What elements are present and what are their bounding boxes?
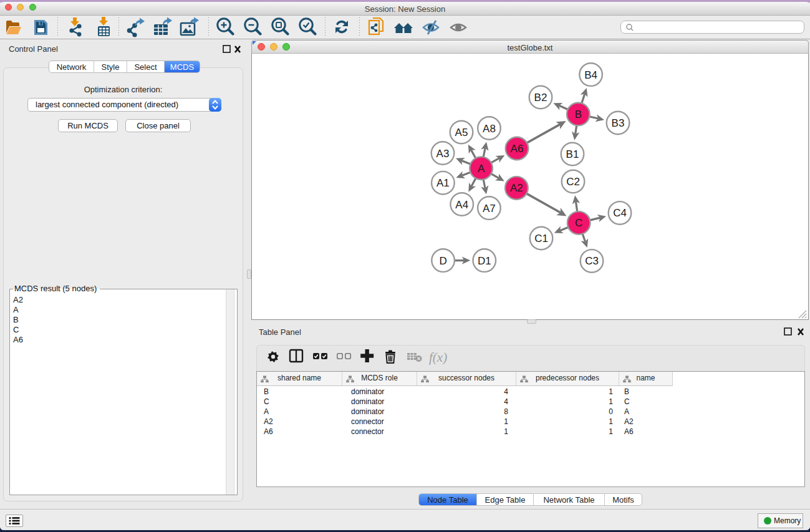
svg-text:A6: A6 bbox=[511, 143, 524, 155]
svg-text:A2: A2 bbox=[510, 182, 523, 194]
svg-text:A8: A8 bbox=[483, 123, 496, 135]
svg-text:B3: B3 bbox=[612, 117, 625, 129]
svg-text:A3: A3 bbox=[436, 148, 450, 160]
svg-text:C3: C3 bbox=[585, 255, 599, 267]
svg-text:C: C bbox=[575, 217, 582, 229]
svg-text:A4: A4 bbox=[455, 199, 468, 211]
svg-text:C2: C2 bbox=[566, 176, 580, 188]
svg-text:D1: D1 bbox=[478, 255, 491, 267]
svg-text:B4: B4 bbox=[584, 69, 597, 81]
svg-text:A: A bbox=[478, 163, 485, 175]
svg-text:A5: A5 bbox=[455, 127, 468, 138]
svg-text:B2: B2 bbox=[534, 92, 547, 104]
svg-text:A1: A1 bbox=[436, 177, 450, 189]
svg-text:B: B bbox=[575, 109, 582, 120]
svg-text:D: D bbox=[439, 255, 446, 267]
svg-text:C1: C1 bbox=[534, 233, 548, 244]
svg-text:C4: C4 bbox=[613, 207, 627, 219]
svg-text:B1: B1 bbox=[566, 148, 579, 160]
svg-text:A7: A7 bbox=[483, 203, 496, 215]
